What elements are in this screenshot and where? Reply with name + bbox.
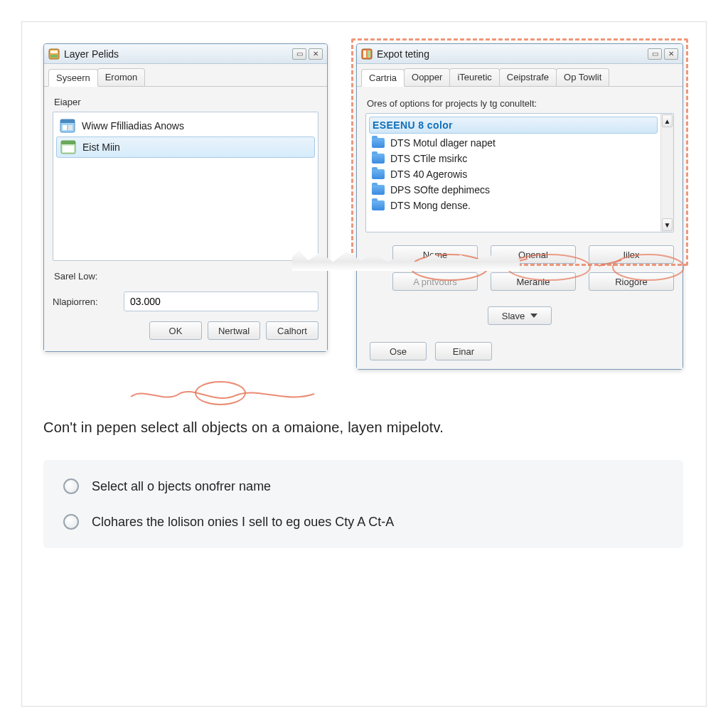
tab-optowlit[interactable]: Op Towlit (556, 68, 609, 86)
svg-rect-11 (363, 50, 366, 58)
app-icon (361, 48, 373, 60)
tab-ceipstrafe[interactable]: Ceipstrafe (499, 68, 557, 86)
option-label: DTS 40 Agerowis (390, 168, 467, 180)
ok-button[interactable]: OK (149, 321, 202, 340)
section-label: Eiaper (54, 97, 317, 107)
tab-system[interactable]: Syseern (48, 69, 98, 87)
svg-rect-12 (368, 50, 370, 58)
folder-icon (372, 154, 385, 164)
button-row: OK Nertwal Calhort (53, 321, 318, 343)
list-item-label: Eist Miin (82, 141, 120, 153)
folder-icon (372, 185, 385, 195)
value-input[interactable] (124, 291, 318, 311)
choice-option[interactable]: Clohares the lolison onies I sell to eg … (63, 514, 663, 530)
svg-rect-4 (60, 119, 75, 123)
svg-rect-2 (50, 55, 58, 58)
field-row: Nlapiorren: (53, 291, 318, 311)
radio-icon[interactable] (63, 478, 79, 494)
app-icon (48, 48, 60, 60)
annotation-scribble (129, 384, 328, 410)
description-label: Ores of options for projects ly tg conul… (367, 98, 673, 109)
ripgore-button[interactable]: Riogore (589, 272, 674, 291)
option-label: DTS CTile msirkc (390, 153, 467, 164)
field-label: Nlapiorren: (53, 296, 117, 307)
svg-rect-9 (63, 146, 74, 152)
close-icon[interactable]: ✕ (664, 48, 678, 60)
option-label: DPS SOfte dephimecs (390, 184, 490, 196)
scroll-down-icon[interactable]: ▼ (662, 218, 673, 231)
dialog-body: Ores of options for projects ly tg conul… (357, 87, 682, 369)
chevron-down-icon (530, 314, 537, 318)
tab-eromon[interactable]: Eromon (97, 68, 146, 86)
option-label: DTS Mong dense. (390, 200, 471, 211)
dialog-body: Eiaper Wiww Ffilliadias Anows Eist Miin (44, 87, 327, 351)
layer-dialog: Layer Pelids ▭ ✕ Syseern Eromon Eiaper (43, 43, 328, 352)
minimize-icon[interactable]: ▭ (648, 48, 662, 60)
options-box: ESEENU 8 color DTS Motul dlager napet DT… (365, 113, 674, 232)
svg-rect-8 (61, 141, 75, 144)
save-row: Slave (365, 306, 674, 325)
nertwal-button[interactable]: Nertwal (208, 321, 260, 340)
ose-button[interactable]: Ose (370, 342, 427, 360)
save-label: Slave (502, 311, 525, 321)
scrollbar[interactable]: ▲ ▼ (660, 114, 673, 232)
list-item[interactable]: Eist Miin (56, 136, 315, 158)
tabs: Syseern Eromon (44, 64, 327, 87)
option-item[interactable]: DTS Motul dlager napet (366, 135, 660, 151)
ilex-button[interactable]: Iilex (589, 245, 674, 264)
dialog-title: Layer Pelids (64, 48, 119, 60)
apntvours-button[interactable]: A pntvours (392, 272, 478, 291)
list-item[interactable]: Wiww Ffilliadias Anows (53, 115, 318, 136)
choice-label: Select all o bjects onofrer name (92, 479, 271, 494)
radio-icon[interactable] (63, 514, 79, 530)
tabs: Cartria Oopper iTeuretic Ceipstrafe Op T… (357, 64, 682, 87)
scroll-up-icon[interactable]: ▲ (662, 114, 673, 127)
dialog-title: Expot teting (377, 48, 429, 60)
save-dropdown[interactable]: Slave (488, 306, 552, 325)
minimize-icon[interactable]: ▭ (292, 48, 306, 60)
svg-rect-5 (63, 125, 67, 130)
savel-low-label: Sarel Low: (54, 271, 317, 282)
choices-box: Select all o bjects onofrer name Clohare… (43, 460, 683, 548)
tab-cartria[interactable]: Cartria (361, 69, 405, 87)
options-header[interactable]: ESEENU 8 color (369, 117, 658, 134)
option-item[interactable]: DTS Mong dense. (366, 198, 660, 213)
instruction-text: Con't in pepen select all objects on a o… (43, 419, 685, 436)
list-item-label: Wiww Ffilliadias Anows (82, 120, 184, 132)
meranle-button[interactable]: Meranle (491, 272, 576, 291)
titlebar[interactable]: Expot teting ▭ ✕ (357, 44, 682, 64)
option-item[interactable]: DPS SOfte dephimecs (366, 182, 660, 198)
close-row: Ose Einar (365, 342, 674, 360)
export-dialog: Expot teting ▭ ✕ Cartria Oopper iTeureti… (356, 43, 683, 370)
options-list[interactable]: ESEENU 8 color DTS Motul dlager napet DT… (366, 114, 660, 232)
tab-teuretic[interactable]: iTeuretic (449, 68, 499, 86)
folder-icon (372, 138, 385, 148)
list-box[interactable]: Wiww Ffilliadias Anows Eist Miin (53, 112, 318, 261)
option-item[interactable]: DTS 40 Agerowis (366, 166, 660, 182)
page-frame: Layer Pelids ▭ ✕ Syseern Eromon Eiaper (21, 21, 707, 707)
option-label: DTS Motul dlager napet (390, 137, 496, 149)
tab-oopper[interactable]: Oopper (404, 68, 450, 86)
panel-icon (60, 139, 77, 155)
window-icon (59, 118, 76, 134)
annotation-circle (195, 381, 246, 405)
folder-icon (372, 169, 385, 179)
dialogs-row: Layer Pelids ▭ ✕ Syseern Eromon Eiaper (43, 43, 685, 370)
choice-label: Clohares the lolison onies I sell to eg … (92, 515, 394, 530)
choice-option[interactable]: Select all o bjects onofrer name (63, 478, 663, 494)
titlebar[interactable]: Layer Pelids ▭ ✕ (44, 44, 327, 64)
close-icon[interactable]: ✕ (309, 48, 323, 60)
folder-icon (372, 200, 385, 210)
cahort-button[interactable]: Calhort (266, 321, 318, 340)
svg-rect-1 (50, 50, 58, 53)
einar-button[interactable]: Einar (435, 342, 492, 360)
svg-rect-6 (68, 125, 73, 130)
option-item[interactable]: DTS CTile msirkc (366, 151, 660, 166)
